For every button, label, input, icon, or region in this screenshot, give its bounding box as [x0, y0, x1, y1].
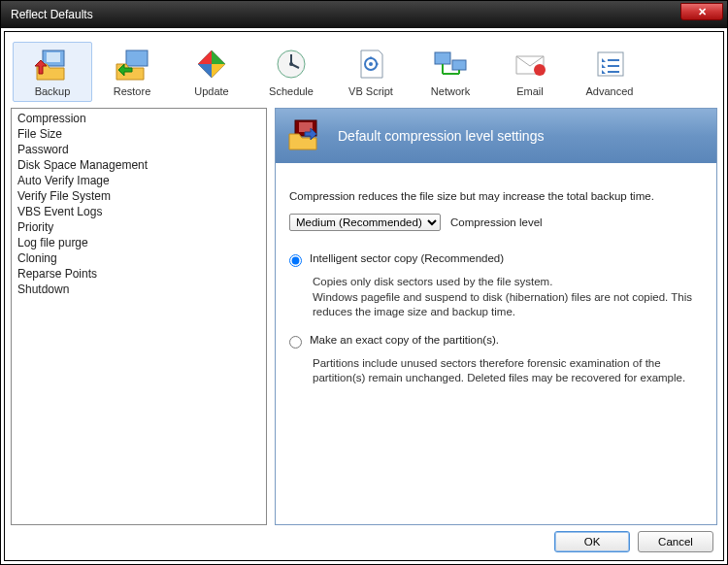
toolbar-label: Advanced: [586, 85, 634, 97]
sidebar-item-filesize[interactable]: File Size: [12, 126, 266, 142]
toolbar-vbscript[interactable]: VB Script: [331, 42, 411, 102]
toolbar-label: Update: [194, 85, 228, 97]
radio-intelligent-label: Intelligent sector copy (Recommended): [310, 252, 504, 264]
update-icon: [192, 47, 231, 82]
radio-intelligent[interactable]: Intelligent sector copy (Recommended): [289, 252, 703, 267]
compression-level-label: Compression level: [450, 216, 543, 228]
sidebar-item-logpurge[interactable]: Log file purge: [12, 235, 266, 250]
svg-rect-1: [47, 52, 60, 62]
toolbar-label: Email: [516, 85, 544, 97]
network-icon: [431, 47, 470, 82]
content-row: Compression File Size Password Disk Spac…: [11, 108, 717, 525]
sidebar[interactable]: Compression File Size Password Disk Spac…: [11, 108, 267, 525]
sidebar-item-priority[interactable]: Priority: [12, 219, 266, 235]
svg-rect-9: [435, 52, 450, 64]
header-icon: [287, 118, 324, 153]
toolbar-label: Schedule: [269, 85, 314, 97]
close-button[interactable]: ✕: [680, 3, 723, 20]
svg-rect-2: [126, 50, 148, 66]
radio-intelligent-input[interactable]: [289, 254, 302, 267]
restore-icon: [113, 47, 151, 82]
main-header-title: Default compression level settings: [338, 128, 544, 144]
radio-exact-label: Make an exact copy of the partition(s).: [310, 334, 499, 346]
toolbar: Backup Restore Update Schedule: [11, 38, 717, 108]
window-title: Reflect Defaults: [5, 8, 680, 21]
svg-rect-10: [452, 60, 466, 70]
content: Backup Restore Update Schedule: [4, 31, 724, 561]
email-icon: [511, 47, 549, 82]
sidebar-item-reparse[interactable]: Reparse Points: [12, 266, 266, 282]
compression-level-combo[interactable]: Medium (Recommended): [289, 214, 441, 231]
toolbar-label: Backup: [35, 85, 71, 97]
main-header: Default compression level settings: [276, 109, 716, 163]
titlebar: Reflect Defaults ✕: [1, 1, 727, 28]
radio-exact-input[interactable]: [289, 336, 302, 349]
toolbar-schedule[interactable]: Schedule: [251, 42, 331, 102]
toolbar-restore[interactable]: Restore: [92, 42, 172, 102]
toolbar-network[interactable]: Network: [411, 42, 490, 102]
toolbar-advanced[interactable]: Advanced: [570, 42, 649, 102]
svg-point-14: [534, 64, 546, 76]
sidebar-item-shutdown[interactable]: Shutdown: [12, 282, 266, 297]
main-panel: Default compression level settings Compr…: [275, 108, 717, 525]
sidebar-item-password[interactable]: Password: [12, 142, 266, 157]
sidebar-item-vbslogs[interactable]: VBS Event Logs: [12, 204, 266, 219]
close-icon: ✕: [698, 6, 707, 18]
compression-row: Medium (Recommended) Compression level: [289, 214, 703, 231]
sidebar-item-verifyfs[interactable]: Verify File System: [12, 188, 266, 204]
ok-button[interactable]: OK: [554, 531, 630, 552]
sidebar-item-compression[interactable]: Compression: [12, 111, 266, 126]
toolbar-label: VB Script: [348, 85, 393, 97]
sidebar-item-autoverify[interactable]: Auto Verify Image: [12, 173, 266, 188]
radio-intelligent-desc: Copies only disk sectors used by the fil…: [313, 275, 703, 320]
backup-icon: [33, 47, 72, 82]
sidebar-item-diskspace[interactable]: Disk Space Management: [12, 157, 266, 173]
svg-point-8: [369, 62, 373, 66]
radio-exact-desc: Partitions include unused sectors theref…: [313, 356, 703, 386]
toolbar-update[interactable]: Update: [172, 42, 251, 102]
toolbar-label: Network: [431, 85, 470, 97]
description-text: Compression reduces the file size but ma…: [289, 190, 703, 202]
advanced-icon: [590, 47, 629, 82]
toolbar-email[interactable]: Email: [490, 42, 570, 102]
toolbar-label: Restore: [114, 85, 151, 97]
cancel-button[interactable]: Cancel: [638, 531, 713, 552]
toolbar-backup[interactable]: Backup: [13, 42, 92, 102]
schedule-icon: [272, 47, 311, 82]
vbscript-icon: [351, 47, 390, 82]
radio-exact[interactable]: Make an exact copy of the partition(s).: [289, 334, 703, 349]
sidebar-item-cloning[interactable]: Cloning: [12, 250, 266, 266]
window: Reflect Defaults ✕ Backup Restore Upd: [0, 0, 728, 565]
main-body: Compression reduces the file size but ma…: [276, 163, 716, 410]
footer: OK Cancel: [11, 525, 717, 554]
